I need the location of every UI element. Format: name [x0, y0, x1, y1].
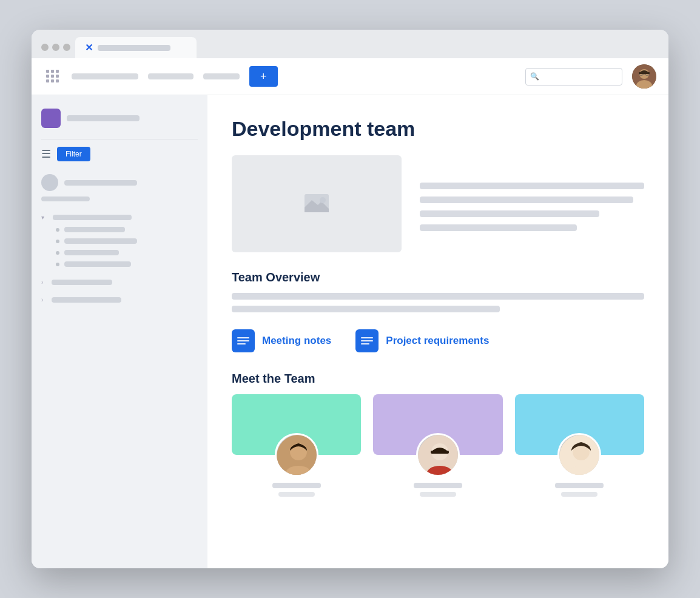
sidebar-item — [41, 171, 198, 194]
card-role-1 — [278, 492, 315, 497]
sidebar-sub-item-3[interactable] — [41, 247, 198, 258]
create-button[interactable]: + — [249, 66, 278, 87]
close-dot — [41, 44, 49, 51]
hero-section — [232, 155, 644, 252]
space-item[interactable] — [41, 105, 198, 132]
overview-text-block — [232, 293, 644, 312]
space-icon — [41, 109, 61, 128]
team-card-1[interactable] — [232, 394, 361, 506]
sidebar-sub-label-1 — [64, 227, 125, 232]
sidebar-sub-label-2 — [64, 238, 137, 244]
tab-title — [98, 45, 170, 51]
hero-image — [232, 155, 402, 252]
sidebar-sub-item-2[interactable] — [41, 235, 198, 247]
sidebar-tree-item-2[interactable]: › — [41, 276, 198, 289]
sidebar-sub-label-4 — [64, 261, 131, 267]
sidebar-divider — [41, 139, 198, 139]
sub-item-dot — [56, 240, 59, 243]
doc-icon-project — [355, 329, 379, 352]
image-placeholder-icon — [302, 189, 331, 218]
team-card-2[interactable] — [373, 394, 502, 506]
svg-rect-15 — [431, 451, 449, 454]
card-role-3 — [561, 492, 597, 497]
sidebar-tree-item-3[interactable]: › — [41, 294, 198, 306]
maximize-dot — [63, 44, 70, 51]
minimize-dot — [52, 44, 59, 51]
sub-item-dot — [56, 228, 59, 232]
search-input[interactable] — [525, 68, 622, 86]
team-cards — [232, 394, 644, 506]
chevron-right-icon: › — [41, 279, 43, 286]
browser-window: ✕ + 🔍 — [32, 30, 668, 568]
avatar-person-3 — [557, 433, 601, 477]
browser-chrome: ✕ — [32, 30, 668, 58]
content-area: Development team Team O — [207, 95, 668, 568]
hero-text-4 — [420, 224, 577, 231]
project-requirements-label: Project requirements — [386, 335, 489, 347]
sub-item-dot — [56, 251, 59, 255]
doc-icon-meeting — [232, 329, 255, 352]
space-name — [67, 115, 140, 121]
avatar-person-2 — [416, 433, 460, 477]
svg-point-8 — [320, 197, 326, 203]
hero-text-block — [420, 155, 644, 252]
nav-item-3[interactable] — [203, 73, 240, 79]
card-name-1 — [272, 483, 321, 488]
browser-tab[interactable]: ✕ — [75, 37, 197, 58]
window-controls — [41, 44, 70, 58]
chevron-down-icon: ▾ — [41, 214, 44, 221]
search-wrap: 🔍 — [525, 68, 622, 86]
filter-row: ☰ Filter — [41, 147, 198, 161]
sidebar-tree-label-3 — [52, 297, 121, 303]
team-card-3[interactable] — [515, 394, 644, 506]
quick-link-meeting-notes[interactable]: Meeting notes — [232, 329, 331, 352]
quick-link-project-requirements[interactable]: Project requirements — [355, 329, 489, 352]
sidebar-item-label — [64, 180, 137, 186]
page-title: Development team — [232, 117, 644, 141]
user-avatar[interactable] — [632, 64, 656, 89]
sidebar-tree-label — [53, 215, 132, 220]
doc-lines-icon — [237, 337, 249, 344]
hero-text-1 — [420, 183, 644, 189]
overview-line-1 — [232, 293, 644, 300]
card-name-3 — [555, 483, 604, 488]
nav-item-2[interactable] — [148, 73, 194, 79]
nav-item-1[interactable] — [72, 73, 138, 79]
filter-button[interactable]: Filter — [57, 147, 90, 161]
sidebar-sub-label-3 — [64, 250, 119, 255]
sidebar-circle — [41, 174, 58, 191]
top-nav: + 🔍 — [32, 58, 668, 95]
meeting-notes-label: Meeting notes — [262, 335, 331, 347]
confluence-logo-icon: ✕ — [85, 42, 93, 53]
avatar-person-1 — [275, 433, 318, 477]
filter-icon: ☰ — [41, 147, 51, 161]
overview-line-2 — [232, 306, 500, 312]
quick-links: Meeting notes Project requirements — [232, 329, 644, 352]
sidebar-sub-item-4[interactable] — [41, 258, 198, 270]
search-icon: 🔍 — [530, 72, 539, 81]
doc-lines-icon-2 — [361, 337, 373, 344]
sidebar-tree-item[interactable]: ▾ — [41, 211, 198, 224]
main-layout: ☰ Filter ▾ — [32, 95, 668, 568]
sidebar: ☰ Filter ▾ — [32, 95, 207, 568]
meet-team-heading: Meet the Team — [232, 372, 644, 386]
hero-text-3 — [420, 210, 599, 217]
chevron-right-icon-3: › — [41, 297, 43, 303]
sidebar-item-bar-1 — [41, 197, 90, 201]
card-name-2 — [414, 483, 462, 488]
sub-item-dot — [56, 263, 59, 266]
sidebar-sub-item-1[interactable] — [41, 224, 198, 235]
hero-text-2 — [420, 197, 633, 203]
team-overview-heading: Team Overview — [232, 270, 644, 284]
sidebar-tree-label-2 — [52, 280, 112, 285]
svg-rect-6 — [639, 72, 650, 74]
card-role-2 — [420, 492, 456, 497]
apps-grid-icon[interactable] — [44, 67, 62, 86]
